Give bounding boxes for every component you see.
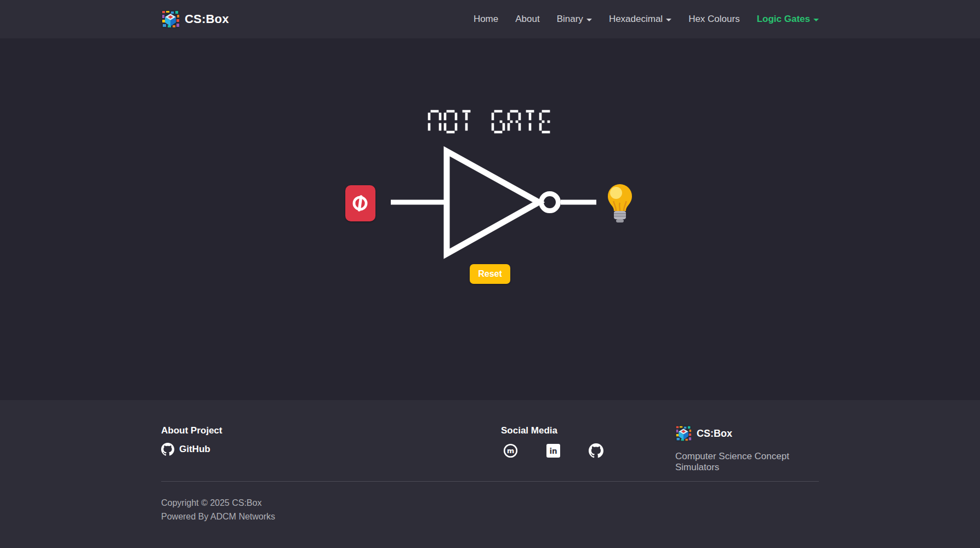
nav-links: Home About Binary Hexadecimal Hex Colour… (474, 14, 819, 25)
github-link[interactable]: GitHub (161, 443, 222, 456)
input-toggle-button[interactable] (345, 185, 375, 221)
about-project-heading: About Project (161, 425, 222, 436)
not-gate-diagram (391, 140, 596, 266)
nav-item-home[interactable]: Home (474, 14, 498, 25)
footer-social-media: Social Media m in (501, 425, 603, 458)
linkedin-icon[interactable]: in (546, 444, 560, 458)
github-social-icon[interactable] (589, 443, 603, 458)
footer-about-project: About Project GitHub (161, 425, 222, 456)
footer-tagline: Computer Science Concept Simulators (675, 451, 819, 473)
footer: About Project GitHub Social Media m (0, 400, 980, 548)
csbox-logo-icon (675, 425, 692, 442)
nav-item-hexadecimal-dropdown[interactable]: Hexadecimal (609, 14, 671, 25)
powered-by-line: Powered By ADCM Networks (161, 510, 819, 523)
power-off-icon (350, 193, 371, 214)
social-media-heading: Social Media (501, 425, 603, 436)
csbox-logo-icon (161, 10, 180, 28)
mastodon-icon[interactable]: m (503, 443, 518, 458)
nav-item-about[interactable]: About (515, 14, 539, 25)
github-icon (161, 443, 174, 456)
chevron-down-icon (813, 19, 819, 21)
gate-diagram-row (161, 140, 819, 266)
page-title (428, 110, 553, 134)
lightbulb-on-icon (605, 182, 635, 225)
footer-divider (161, 481, 819, 482)
copyright-line: Copyright © 2025 CS:Box (161, 496, 819, 510)
gate-triangle (447, 151, 539, 254)
nav-item-logic-gates-dropdown[interactable]: Logic Gates (757, 14, 819, 25)
chevron-down-icon (586, 19, 592, 21)
not-gate-simulator: Reset (161, 38, 819, 284)
footer-brand-name: CS:Box (697, 428, 732, 439)
svg-text:in: in (549, 447, 557, 455)
chevron-down-icon (666, 19, 671, 21)
nav-item-hex-colours[interactable]: Hex Colours (688, 14, 740, 25)
brand[interactable]: CS:Box (161, 10, 229, 28)
nav-item-binary-dropdown[interactable]: Binary (557, 14, 592, 25)
navbar: CS:Box Home About Binary Hexadecimal Hex… (0, 0, 980, 38)
reset-button[interactable]: Reset (470, 264, 510, 284)
copyright: Copyright © 2025 CS:Box Powered By ADCM … (161, 496, 819, 523)
svg-text:m: m (507, 447, 515, 455)
brand-name: CS:Box (185, 12, 229, 26)
main-content: Reset (0, 38, 980, 400)
footer-brand: CS:Box Computer Science Concept Simulato… (675, 425, 819, 473)
github-link-label: GitHub (179, 444, 210, 455)
